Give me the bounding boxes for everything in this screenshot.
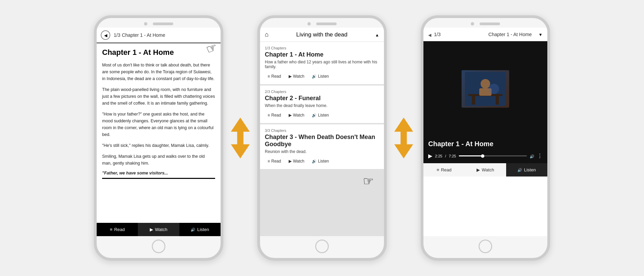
audio-icon-1: [191, 227, 195, 232]
phone-3-time-sep: /: [445, 154, 446, 158]
back-icon: [104, 32, 107, 38]
phone-3-time-current: 2:25: [435, 154, 442, 158]
phone-2-chapter-3-title: Chapter 3 - When Death Doesn't Mean Good…: [265, 134, 379, 148]
svg-marker-0: [231, 118, 249, 158]
phone-2-c2-listen-button[interactable]: Listen: [309, 111, 332, 119]
phone-3-nav-progress: 1/3: [434, 32, 481, 37]
phone-2-c2-listen-label: Listen: [318, 113, 329, 118]
home-icon-2[interactable]: ⌂: [265, 31, 269, 38]
phone-3-listen-button[interactable]: Listen: [506, 163, 547, 177]
list-icon-c3: [268, 159, 270, 164]
phone-1-watch-label: Watch: [155, 227, 167, 232]
phone-3-top-bar: [423, 18, 547, 28]
phone-2-chapter-3-card: 3/3 Chapters Chapter 3 - When Death Does…: [260, 124, 384, 169]
phone-3-listen-label: Listen: [524, 167, 536, 172]
phone-2-navbar: ⌂ Living with the dead: [260, 28, 384, 42]
phone-1-back-button[interactable]: [101, 30, 110, 40]
phone-2-c1-listen-button[interactable]: Listen: [309, 73, 332, 80]
phone-2-c1-read-button[interactable]: Read: [265, 73, 284, 80]
phone-2-c2-read-button[interactable]: Read: [265, 111, 284, 119]
phone-2-speaker: [316, 22, 337, 25]
phone-2-home-button[interactable]: [315, 240, 329, 253]
phone-3-chapter-heading: Chapter 1 - At Home: [423, 137, 547, 150]
phone-2-chapter-3-num: 3/3 Chapters: [265, 128, 379, 133]
phone-3-more-button[interactable]: ⋮: [537, 153, 543, 159]
phone-3-volume-button[interactable]: [530, 153, 534, 159]
phone-3-play-button[interactable]: [428, 153, 432, 159]
phone-2-c2-watch-label: Watch: [293, 113, 305, 118]
phone-2-c3-listen-button[interactable]: Listen: [309, 157, 332, 165]
svg-marker-1: [394, 118, 413, 158]
phone-2-chapter-2-desc: When the dead finally leave home.: [265, 103, 379, 108]
phone-3-home-button[interactable]: [479, 240, 492, 253]
list-icon-c1: [268, 74, 270, 79]
phone-1-watch-button[interactable]: Watch: [138, 223, 179, 236]
video-overlay: [462, 70, 509, 108]
arrow-2: [387, 118, 421, 158]
phone-1-para-1: Most of us don't like to think or talk a…: [102, 62, 215, 82]
audio-icon-c3: [312, 159, 317, 164]
phone-2-chapter-2-actions: Read Watch Listen: [265, 111, 379, 119]
phone-2-chapter-2-num: 2/3 Chapters: [265, 90, 379, 94]
chevron-down-icon-3[interactable]: [538, 31, 543, 38]
phone-1-camera: [144, 22, 147, 26]
play-icon-c1: [289, 74, 292, 79]
phone-1-top-bar: [97, 18, 221, 28]
phone-3-back-button[interactable]: [428, 30, 431, 38]
phone-3: 1/3 Chapter 1 - At Home: [421, 15, 550, 261]
phone-3-controls: 2:25 / 7:25 ⋮: [423, 150, 547, 163]
phone-1: 1/3 Chapter 1 - At Home ☞ Chapter 1 - At…: [94, 15, 223, 261]
phone-2-c1-watch-button[interactable]: Watch: [286, 73, 307, 80]
phone-2-chapter-1-num: 1/3 Chapters: [265, 46, 379, 50]
phone-2-c2-watch-button[interactable]: Watch: [286, 111, 307, 119]
phone-2-c3-read-button[interactable]: Read: [265, 157, 284, 165]
phone-2-content: 1/3 Chapters Chapter 1 - At Home How a f…: [260, 42, 384, 236]
phone-1-home-button[interactable]: [152, 240, 165, 253]
phone-2-c3-watch-label: Watch: [293, 159, 305, 164]
phone-1-bottom-bar-shell: [97, 236, 221, 258]
arrow-1: [223, 118, 257, 158]
phone-2-chapter-2-title: Chapter 2 - Funeral: [265, 95, 379, 102]
phone-3-read-button[interactable]: Read: [423, 163, 465, 177]
phone-3-video-area[interactable]: [423, 41, 547, 137]
chevron-up-icon-2[interactable]: [375, 31, 379, 38]
phone-3-watch-label: Watch: [482, 167, 494, 172]
phone-2-c2-read-label: Read: [271, 113, 281, 118]
phone-2-chapter-1-desc: How a father who died 12 years ago still…: [265, 60, 379, 69]
phone-2-c3-listen-label: Listen: [318, 159, 329, 164]
phone-1-speaker: [153, 22, 173, 25]
phone-1-para-cut: "Father, we have some visitors...: [102, 171, 215, 179]
phone-3-read-label: Read: [441, 167, 451, 172]
phone-1-para-5: Smiling, Mamak Lisa gets up and walks ov…: [102, 153, 215, 167]
phone-2-chapter-1-actions: Read Watch Listen: [265, 73, 379, 80]
phone-2-camera: [307, 22, 311, 26]
phone-2-chapter-1-title: Chapter 1 - At Home: [265, 51, 379, 58]
phone-3-navbar: 1/3 Chapter 1 - At Home: [423, 28, 547, 41]
phone-2: ⌂ Living with the dead 1/3 Chapters Chap…: [257, 15, 387, 261]
phone-1-read-label: Read: [114, 227, 125, 232]
phone-2-bottom-bar-shell: [260, 236, 384, 258]
arrow-updown-1: [227, 118, 254, 158]
phone-2-nav-title: Living with the dead: [272, 31, 372, 38]
list-icon-p3: [437, 167, 439, 172]
phone-3-progress-fill: [459, 155, 483, 156]
phone-2-c1-read-label: Read: [271, 74, 281, 79]
phone-1-navbar: 1/3 Chapter 1 - At Home: [97, 28, 221, 43]
phone-2-chapter-2-card: 2/3 Chapters Chapter 2 - Funeral When th…: [260, 86, 384, 123]
phone-3-watch-button[interactable]: Watch: [465, 163, 506, 177]
phone-2-c3-watch-button[interactable]: Watch: [286, 157, 307, 165]
phone-2-chapter-3-desc: Reunion with the dead.: [265, 149, 379, 154]
phone-1-nav-chapter: Chapter 1 - At Home: [122, 32, 165, 38]
phone-2-c1-listen-label: Listen: [318, 74, 329, 79]
phone-3-progress-bar[interactable]: [459, 155, 527, 156]
audio-icon-c2: [312, 113, 317, 118]
play-icon-c3: [289, 159, 292, 164]
phone-1-read-button[interactable]: Read: [97, 223, 138, 236]
phone-3-bottom-bar-shell: [423, 236, 547, 258]
phone-2-c3-read-label: Read: [271, 159, 281, 164]
phone-2-chapter-3-actions: Read Watch Listen: [265, 157, 379, 165]
phone-1-bottom-bar: Read Watch Listen: [97, 223, 221, 236]
phone-3-camera: [471, 22, 474, 26]
phone-1-listen-button[interactable]: Listen: [179, 223, 221, 236]
phone-3-bottom-bar: Read Watch Listen: [423, 163, 547, 177]
